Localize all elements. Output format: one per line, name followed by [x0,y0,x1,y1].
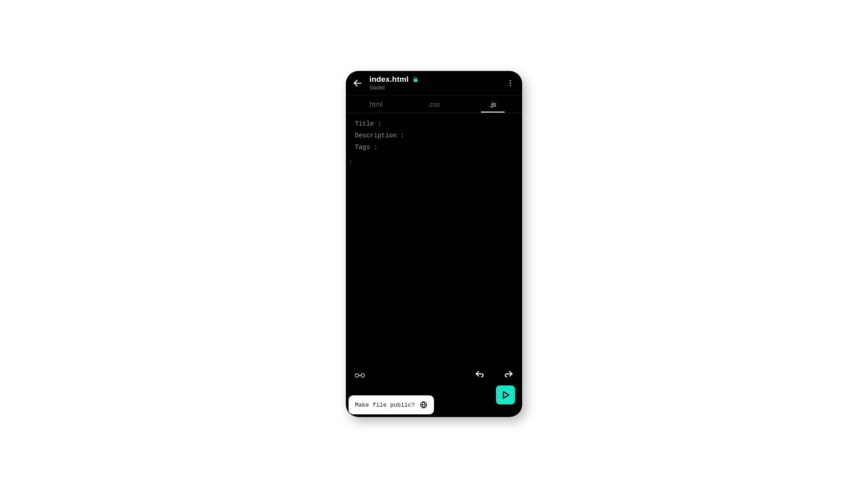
lock-icon [412,76,419,83]
reader-mode-button[interactable] [354,371,366,379]
meta-description-field[interactable]: Description : [355,130,513,142]
svg-point-3 [510,84,511,86]
undo-button[interactable] [474,370,485,379]
tab-js[interactable]: .js [463,95,522,113]
glasses-icon [354,371,366,379]
header: index.html Saved [346,71,522,95]
svg-point-2 [510,82,511,84]
tab-label: .html [368,100,383,108]
back-button[interactable] [351,77,364,89]
svg-marker-6 [503,392,509,399]
tab-label: .css [428,100,440,108]
save-status: Saved [369,84,499,91]
file-meta-panel: Title : Description : Tags : [346,113,522,156]
run-button[interactable] [496,385,515,404]
redo-icon [503,370,514,379]
svg-point-5 [361,374,365,377]
globe-icon [420,401,428,409]
line-number: 1 [346,159,352,165]
svg-point-4 [355,374,359,377]
more-menu-button[interactable] [504,77,517,89]
prompt-text: Make file public? [355,402,415,408]
kebab-icon [506,79,514,87]
redo-button[interactable] [503,370,514,379]
arrow-left-icon [353,78,363,88]
app-window: index.html Saved .html .css .js Title : … [346,71,522,417]
tab-html[interactable]: .html [346,95,405,113]
file-type-tabs: .html .css .js [346,95,522,113]
meta-tags-field[interactable]: Tags : [355,142,513,154]
undo-icon [474,370,485,379]
tab-label: .js [490,100,496,108]
code-editor[interactable]: 1 [346,156,522,159]
file-title: index.html [369,75,409,84]
tab-css[interactable]: .css [405,95,463,113]
editor-toolbar [346,366,522,384]
svg-point-1 [510,80,511,81]
make-public-prompt[interactable]: Make file public? [349,395,434,414]
play-icon [500,390,510,400]
meta-title-field[interactable]: Title : [355,118,513,130]
